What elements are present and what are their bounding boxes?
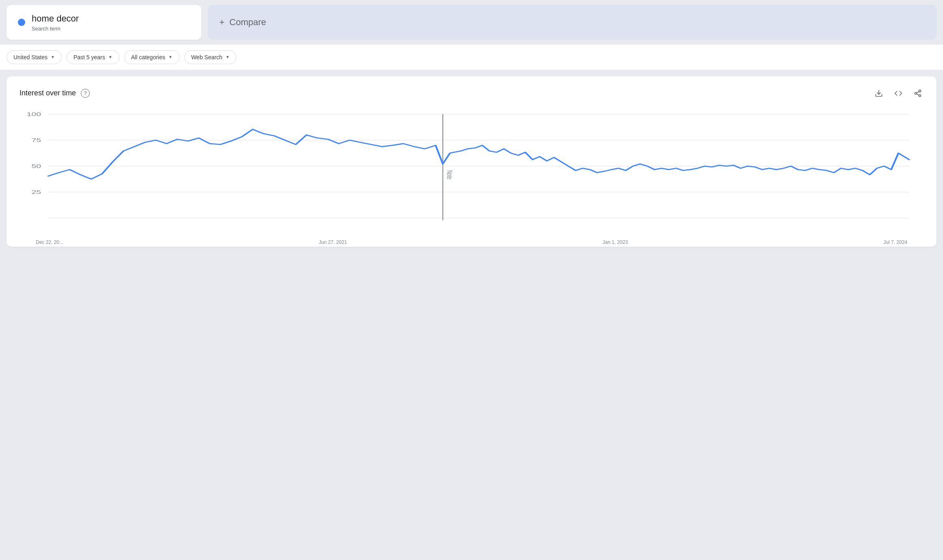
interest-over-time-chart: 100 75 50 25 Note [19, 106, 924, 235]
search-term-label: home decor [32, 13, 79, 25]
filter-search-type-label: Web Search [191, 54, 223, 60]
svg-text:100: 100 [27, 111, 41, 117]
svg-text:Note: Note [446, 170, 453, 179]
svg-text:25: 25 [31, 189, 41, 195]
compare-card[interactable]: + Compare [208, 5, 937, 40]
filter-category-label: All categories [131, 54, 165, 60]
filter-category[interactable]: All categories ▼ [124, 50, 180, 64]
chart-card: Interest over time ? [6, 76, 937, 247]
svg-line-5 [917, 91, 919, 93]
help-icon[interactable]: ? [81, 89, 90, 98]
share-button[interactable] [912, 88, 924, 99]
filters-bar: United States ▼ Past 5 years ▼ All categ… [0, 45, 943, 70]
embed-icon [894, 89, 902, 97]
chart-area: 100 75 50 25 Note Dec 22, 20... Jun 27, … [19, 106, 924, 235]
filter-region-label: United States [13, 54, 48, 60]
search-term-card: home decor Search term [6, 5, 201, 40]
svg-line-4 [917, 94, 919, 95]
compare-plus-icon: + [219, 18, 225, 27]
chart-title-group: Interest over time ? [19, 89, 90, 98]
filter-period-label: Past 5 years [74, 54, 105, 60]
filter-period[interactable]: Past 5 years ▼ [67, 50, 119, 64]
chart-title: Interest over time [19, 89, 76, 97]
share-icon [914, 89, 922, 97]
x-label-end: Jul 7, 2024 [883, 239, 907, 245]
help-symbol: ? [84, 90, 87, 96]
download-icon [875, 89, 883, 97]
filter-region[interactable]: United States ▼ [6, 50, 62, 64]
search-term-text: home decor Search term [32, 13, 79, 32]
download-button[interactable] [873, 88, 885, 99]
chart-header: Interest over time ? [19, 88, 924, 99]
compare-label: Compare [229, 17, 266, 28]
chevron-down-icon: ▼ [169, 55, 173, 59]
x-label-mid1: Jun 27, 2021 [319, 239, 347, 245]
chevron-down-icon: ▼ [108, 55, 112, 59]
x-label-mid2: Jan 1, 2023 [603, 239, 628, 245]
search-dot [18, 19, 25, 26]
search-term-sublabel: Search term [32, 26, 79, 32]
x-axis-labels: Dec 22, 20... Jun 27, 2021 Jan 1, 2023 J… [19, 237, 924, 245]
x-label-start: Dec 22, 20... [36, 239, 63, 245]
top-bar: home decor Search term + Compare [0, 0, 943, 45]
chart-actions [873, 88, 924, 99]
chevron-down-icon: ▼ [51, 55, 55, 59]
svg-text:50: 50 [31, 163, 41, 169]
embed-button[interactable] [893, 88, 904, 99]
chevron-down-icon: ▼ [225, 55, 229, 59]
main-content: Interest over time ? [0, 73, 943, 253]
filter-search-type[interactable]: Web Search ▼ [184, 50, 237, 64]
svg-text:75: 75 [31, 137, 41, 143]
